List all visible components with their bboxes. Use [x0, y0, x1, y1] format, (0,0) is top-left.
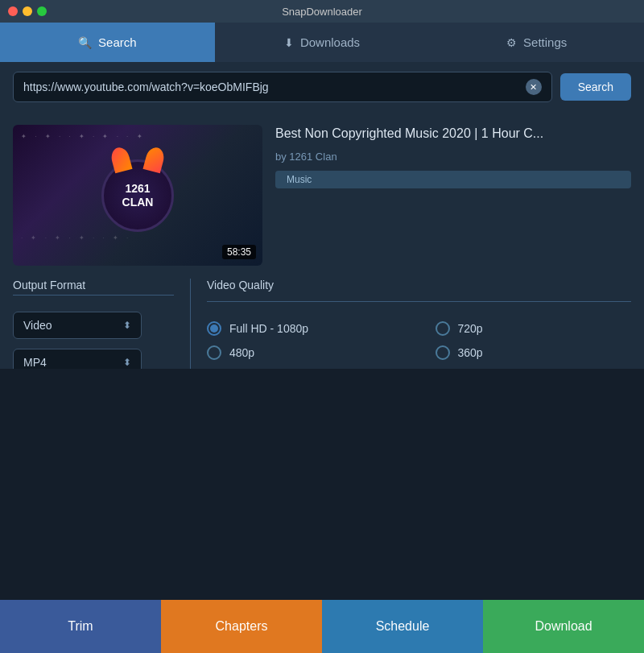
quality-label-1080p: Full HD - 1080p [229, 322, 308, 335]
video-info: Best Non Copyrighted Music 2020 | 1 Hour… [275, 125, 631, 188]
tab-bar: 🔍 Search ⬇ Downloads ⚙ Settings [0, 23, 644, 62]
quality-option-480p[interactable]: 480p [207, 345, 403, 360]
codec-select[interactable]: MP4 ⬍ [13, 349, 142, 369]
title-bar: SnapDownloader [0, 0, 644, 23]
video-quality-label: Video Quality [207, 279, 631, 291]
tab-search[interactable]: 🔍 Search [0, 23, 215, 62]
ear-right [142, 145, 166, 173]
video-card: 1261CLAN 58:35 Best Non Copyrighted Musi… [13, 125, 631, 266]
codec-value: MP4 [23, 356, 47, 369]
quality-grid: Full HD - 1080p 720p 480p 360p 240p [207, 321, 631, 369]
search-tab-icon: 🔍 [78, 36, 92, 49]
tab-downloads-label: Downloads [300, 35, 360, 49]
video-title: Best Non Copyrighted Music 2020 | 1 Hour… [275, 125, 631, 143]
tab-settings-label: Settings [523, 35, 567, 49]
codec-arrow-icon: ⬍ [123, 357, 131, 368]
url-clear-button[interactable]: ✕ [526, 79, 542, 95]
logo-ears [104, 147, 171, 172]
download-button[interactable]: Download [483, 600, 644, 653]
channel-logo: 1261CLAN [101, 159, 174, 232]
quality-option-360p[interactable]: 360p [436, 345, 632, 360]
tab-search-label: Search [98, 35, 137, 49]
schedule-button[interactable]: Schedule [322, 600, 483, 653]
radio-1080p[interactable] [207, 321, 221, 336]
bottom-toolbar: Trim Chapters Schedule Download [0, 600, 644, 653]
minimize-button[interactable] [23, 6, 32, 16]
bottom-spacer [0, 369, 644, 600]
options-section: Output Format Video ⬍ MP4 ⬍ Subtitle Eng… [13, 279, 631, 369]
radio-inner-1080p [210, 324, 218, 333]
tab-downloads[interactable]: ⬇ Downloads [215, 23, 430, 62]
video-duration: 58:35 [222, 245, 256, 259]
channel-logo-text: 1261CLAN [122, 182, 154, 209]
main-content: 1261CLAN 58:35 Best Non Copyrighted Musi… [0, 112, 644, 369]
url-input-wrapper: ✕ [13, 72, 552, 102]
output-format-divider [13, 295, 174, 296]
tab-settings[interactable]: ⚙ Settings [429, 23, 644, 62]
search-button[interactable]: Search [560, 73, 631, 101]
quality-label-720p: 720p [458, 322, 483, 335]
close-button[interactable] [8, 6, 18, 16]
url-bar: ✕ Search [0, 62, 644, 112]
video-author: by 1261 Clan [275, 151, 631, 163]
radio-360p[interactable] [436, 345, 450, 360]
video-quality-divider [207, 301, 631, 302]
ear-left [109, 145, 132, 173]
radio-480p[interactable] [207, 345, 221, 360]
url-input[interactable] [23, 81, 526, 93]
window-controls[interactable] [8, 6, 47, 16]
vertical-divider [190, 279, 191, 369]
app-title: SnapDownloader [282, 6, 362, 18]
quality-option-720p[interactable]: 720p [436, 321, 632, 336]
video-tag: Music [275, 171, 631, 188]
format-arrow-icon: ⬍ [123, 320, 131, 331]
output-format-panel: Output Format Video ⬍ MP4 ⬍ Subtitle Eng… [13, 279, 174, 369]
format-value: Video [23, 319, 52, 332]
chapters-button[interactable]: Chapters [161, 600, 322, 653]
maximize-button[interactable] [37, 6, 47, 16]
format-select[interactable]: Video ⬍ [13, 312, 142, 339]
video-quality-panel: Video Quality Full HD - 1080p 720p 480p [207, 279, 631, 369]
quality-label-480p: 480p [229, 346, 254, 359]
radio-720p[interactable] [436, 321, 450, 336]
trim-button[interactable]: Trim [0, 600, 161, 653]
settings-tab-icon: ⚙ [506, 36, 517, 49]
quality-label-360p: 360p [458, 346, 483, 359]
quality-option-1080p[interactable]: Full HD - 1080p [207, 321, 403, 336]
output-format-label: Output Format [13, 279, 174, 291]
video-thumbnail: 1261CLAN 58:35 [13, 125, 262, 266]
downloads-tab-icon: ⬇ [284, 36, 294, 49]
